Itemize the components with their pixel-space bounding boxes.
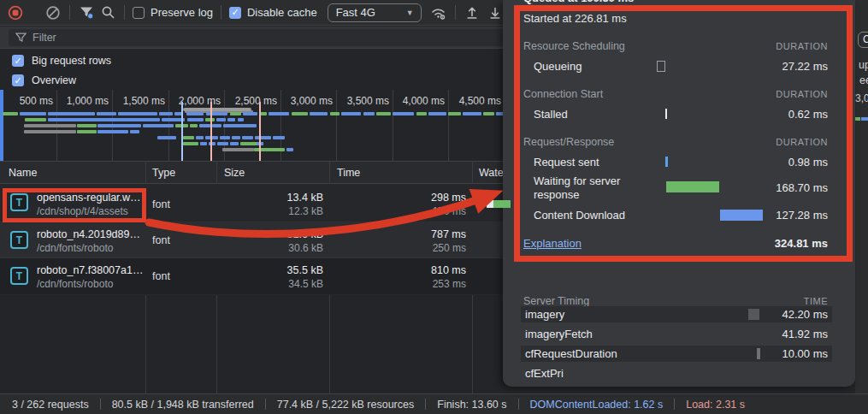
- funnel-icon: [80, 6, 94, 20]
- overview-waterfall-bar: [310, 112, 328, 115]
- preserve-log-checkbox[interactable]: [133, 7, 145, 19]
- annotation-rectangle-timing: [514, 5, 853, 262]
- right-edge-text-fragment: up: [859, 59, 868, 71]
- overview-waterfall-bar: [273, 136, 285, 139]
- server-timing-row: cfExtPri: [521, 365, 832, 381]
- ruler-tick-label: 4,500 ms: [443, 95, 501, 107]
- font-file-icon: T: [10, 231, 28, 249]
- clear-button[interactable]: [44, 4, 62, 21]
- annotation-rectangle-request: [3, 188, 146, 222]
- dom-content-loaded-time: DOMContentLoaded: 1.62 s: [530, 399, 664, 411]
- overview-waterfall-bar: [97, 112, 116, 115]
- overview-waterfall-bar: [48, 118, 160, 121]
- overview-waterfall-bar: [118, 112, 157, 115]
- network-overview-timeline[interactable]: 500 ms1,000 ms1,500 ms2,000 ms2,500 ms3,…: [0, 90, 513, 161]
- right-edge-button-fragment[interactable]: C: [858, 32, 868, 48]
- overview-scrubber[interactable]: [183, 108, 251, 111]
- resources-size: 77.4 kB / 5,222 kB resources: [277, 399, 415, 411]
- overview-waterfall-bar: [292, 112, 308, 115]
- filter-input[interactable]: [32, 32, 289, 44]
- request-size-transferred: 12.3 kB: [216, 205, 323, 217]
- toolbar-separator: [35, 5, 36, 20]
- overview-waterfall-bar: [428, 112, 446, 115]
- overview-waterfall-bar: [77, 130, 97, 133]
- right-edge-waterfall-fragment: [861, 117, 868, 121]
- import-har-button[interactable]: [464, 4, 481, 21]
- record-button[interactable]: [7, 4, 24, 21]
- overview-waterfall-bar: [206, 112, 227, 115]
- overview-waterfall-bar: [222, 148, 254, 151]
- search-button[interactable]: [99, 4, 116, 21]
- request-type: font: [152, 234, 170, 246]
- export-har-button[interactable]: [487, 4, 504, 21]
- overview-waterfall-bar: [3, 112, 18, 115]
- server-timing-row: imageryFetch 41.92 ms: [521, 326, 832, 342]
- column-header-type[interactable]: Type: [152, 167, 175, 179]
- font-file-icon: T: [10, 267, 28, 285]
- overview-waterfall-bar: [77, 124, 97, 127]
- overview-waterfall-bar: [130, 130, 139, 133]
- request-size-transferred: 34.5 kB: [216, 278, 323, 290]
- big-request-rows-checkbox[interactable]: ✓: [12, 55, 24, 67]
- toolbar-separator: [221, 5, 221, 20]
- ruler-tick-label: 3,500 ms: [331, 95, 389, 107]
- timeline-event-line: [181, 102, 183, 161]
- toolbar-separator: [124, 5, 125, 20]
- overview-waterfall-bar: [483, 112, 494, 115]
- wifi-gear-icon: [430, 5, 447, 21]
- column-header-time[interactable]: Time: [337, 167, 360, 179]
- button-fragment-label: C: [863, 33, 868, 45]
- ruler-tick-label: 2,500 ms: [219, 95, 277, 107]
- overview-waterfall-bar: [187, 118, 204, 121]
- overview-waterfall-bar: [97, 124, 141, 127]
- overview-waterfall-bar: [238, 118, 244, 121]
- disable-cache-checkbox[interactable]: ✓: [229, 7, 241, 19]
- column-header-name[interactable]: Name: [9, 167, 37, 179]
- overview-waterfall-bar: [286, 148, 293, 151]
- filter-bar: [0, 27, 513, 49]
- throttling-value: Fast 4G: [336, 6, 375, 19]
- overview-waterfall-bar: [212, 124, 221, 127]
- status-separator: [518, 399, 519, 410]
- overview-waterfall-bar: [416, 112, 427, 115]
- big-request-rows-label: Big request rows: [32, 55, 111, 67]
- overview-waterfall-bar: [159, 112, 173, 115]
- overview-waterfall-bar: [243, 112, 257, 115]
- overview-waterfall-bar: [232, 136, 240, 139]
- overview-waterfall-bar: [183, 136, 194, 139]
- overview-waterfall-bar: [200, 142, 207, 145]
- timeline-event-line: [210, 102, 212, 161]
- server-timing-name: imageryFetch: [525, 328, 593, 340]
- table-row[interactable]: T roboto_n4.2019d89… /cdn/fonts/roboto f…: [0, 222, 513, 258]
- network-toolbar: Preserve log ✓ Disable cache Fast 4G ▼: [0, 0, 513, 26]
- overview-waterfall-bar: [24, 124, 76, 127]
- overview-waterfall-bar: [230, 142, 239, 145]
- search-icon: [101, 5, 115, 20]
- status-separator: [425, 399, 426, 410]
- overview-waterfall-bar: [448, 112, 461, 115]
- table-row[interactable]: T roboto_n7.f38007a1… /cdn/fonts/roboto …: [0, 258, 513, 295]
- overview-waterfall-bar: [341, 112, 361, 115]
- overview-waterfall-bar: [393, 112, 414, 115]
- filter-toggle-button[interactable]: [78, 4, 95, 21]
- network-conditions-button[interactable]: [430, 4, 447, 21]
- server-timing-row: cfRequestDuration 10.00 ms: [521, 346, 832, 362]
- request-latency: 250 ms: [329, 242, 466, 254]
- status-separator: [100, 399, 101, 410]
- requests-count: 3 / 262 requests: [12, 399, 89, 411]
- throttling-dropdown[interactable]: Fast 4G ▼: [328, 3, 422, 22]
- column-header-size[interactable]: Size: [224, 167, 245, 179]
- big-request-rows-option: ✓ Big request rows: [0, 52, 111, 69]
- overview-waterfall-bar: [217, 142, 228, 145]
- request-size: 13.4 kB: [216, 192, 323, 204]
- server-timing-value: 42.20 ms: [782, 308, 828, 321]
- waterfall-bar-green: [493, 200, 511, 208]
- preserve-log-label: Preserve log: [151, 6, 213, 19]
- overview-waterfall-bar: [196, 136, 204, 139]
- server-timing-value: 41.92 ms: [782, 328, 828, 340]
- overview-waterfall-bar: [376, 112, 391, 115]
- request-time: 298 ms: [329, 192, 466, 204]
- overview-checkbox[interactable]: ✓: [12, 74, 24, 86]
- overview-waterfall-bar: [20, 112, 46, 115]
- section-server-timing: Server Timing: [523, 295, 589, 307]
